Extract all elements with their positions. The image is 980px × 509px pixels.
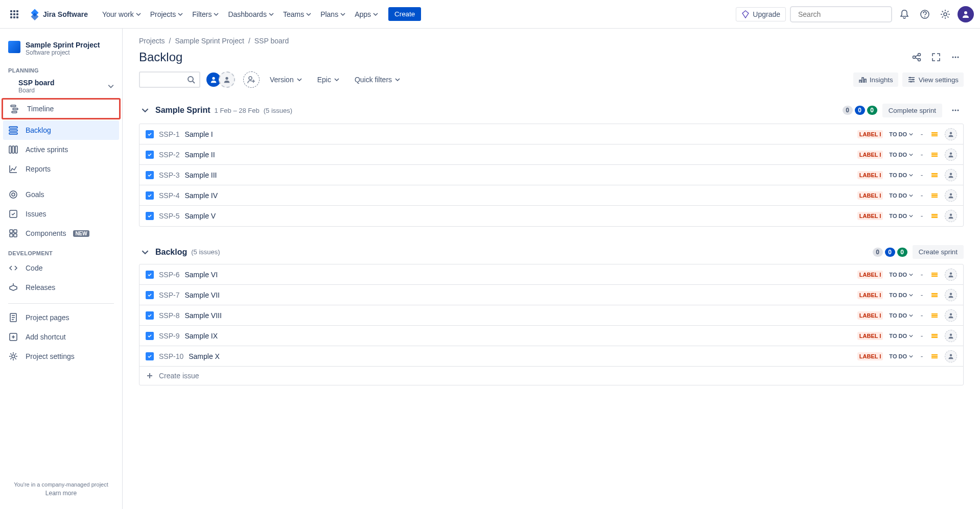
issue-summary[interactable]: Sample X	[189, 352, 220, 360]
assignee-avatar[interactable]	[945, 350, 957, 362]
breadcrumb-project[interactable]: Sample Sprint Project	[175, 37, 250, 45]
status-dropdown[interactable]: TO DO	[889, 213, 913, 219]
issue-row[interactable]: SSP-7 Sample VII LABEL I TO DO -	[139, 285, 963, 305]
issue-key[interactable]: SSP-5	[159, 212, 179, 220]
issue-summary[interactable]: Sample V	[184, 212, 216, 220]
status-dropdown[interactable]: TO DO	[889, 353, 913, 359]
issue-row[interactable]: SSP-4 Sample IV LABEL I TO DO -	[139, 185, 963, 206]
issue-row[interactable]: SSP-5 Sample V LABEL I TO DO -	[139, 206, 963, 226]
issue-key[interactable]: SSP-9	[159, 332, 179, 340]
status-dropdown[interactable]: TO DO	[889, 333, 913, 339]
add-people-button[interactable]	[243, 71, 260, 88]
learn-more-link[interactable]: Learn more	[8, 490, 114, 497]
search-input[interactable]	[790, 6, 892, 22]
status-dropdown[interactable]: TO DO	[889, 152, 913, 158]
assignee-avatar[interactable]	[945, 330, 957, 342]
sidebar-item-code[interactable]: Code	[0, 258, 122, 278]
priority-medium-icon[interactable]	[930, 311, 939, 320]
sidebar-item-add-shortcut[interactable]: Add shortcut	[0, 327, 122, 347]
fullscreen-button[interactable]	[928, 49, 944, 65]
create-issue-button[interactable]: Create issue	[139, 367, 963, 385]
create-sprint-button[interactable]: Create sprint	[913, 245, 964, 259]
version-filter[interactable]: Version	[265, 72, 307, 87]
assignee-avatar[interactable]	[945, 269, 957, 281]
sidebar-item-issues[interactable]: Issues	[0, 204, 122, 224]
issue-key[interactable]: SSP-3	[159, 171, 179, 179]
status-dropdown[interactable]: TO DO	[889, 292, 913, 298]
sprint-more-button[interactable]	[947, 102, 964, 118]
assignee-avatar[interactable]	[945, 128, 957, 140]
issue-label[interactable]: LABEL I	[857, 311, 883, 320]
assignee-avatar[interactable]	[945, 149, 957, 161]
issue-row[interactable]: SSP-10 Sample X LABEL I TO DO -	[139, 346, 963, 367]
assignee-avatar[interactable]	[945, 210, 957, 222]
issue-row[interactable]: SSP-6 Sample VI LABEL I TO DO -	[139, 264, 963, 285]
nav-filters[interactable]: Filters	[188, 7, 223, 21]
nav-your-work[interactable]: Your work	[98, 7, 145, 21]
issue-summary[interactable]: Sample VII	[184, 291, 219, 299]
issue-summary[interactable]: Sample VI	[184, 271, 218, 279]
jira-logo[interactable]: Jira Software	[25, 8, 92, 20]
priority-medium-icon[interactable]	[930, 191, 939, 200]
issue-row[interactable]: SSP-8 Sample VIII LABEL I TO DO -	[139, 305, 963, 326]
issue-label[interactable]: LABEL I	[857, 171, 883, 179]
issue-key[interactable]: SSP-8	[159, 311, 179, 320]
complete-sprint-button[interactable]: Complete sprint	[882, 104, 942, 117]
app-switcher[interactable]	[6, 6, 22, 22]
unassigned-avatar[interactable]	[219, 71, 235, 88]
assignee-avatar[interactable]	[945, 309, 957, 322]
story-points[interactable]: -	[919, 311, 924, 320]
view-settings-button[interactable]: View settings	[902, 72, 964, 87]
more-button[interactable]	[947, 49, 964, 65]
collapse-sprint-button[interactable]	[139, 246, 151, 258]
story-points[interactable]: -	[919, 191, 924, 200]
assignee-avatar[interactable]	[945, 289, 957, 301]
sidebar-item-project-pages[interactable]: Project pages	[0, 308, 122, 327]
story-points[interactable]: -	[919, 130, 924, 138]
assignee-avatar[interactable]	[945, 189, 957, 202]
priority-medium-icon[interactable]	[930, 291, 939, 299]
sidebar-item-goals[interactable]: Goals	[0, 185, 122, 204]
issue-row[interactable]: SSP-9 Sample IX LABEL I TO DO -	[139, 326, 963, 346]
status-dropdown[interactable]: TO DO	[889, 131, 913, 137]
status-dropdown[interactable]: TO DO	[889, 172, 913, 178]
story-points[interactable]: -	[919, 171, 924, 179]
priority-medium-icon[interactable]	[930, 332, 939, 340]
issue-key[interactable]: SSP-2	[159, 151, 179, 159]
priority-medium-icon[interactable]	[930, 352, 939, 360]
issue-summary[interactable]: Sample IV	[184, 191, 218, 200]
issue-label[interactable]: LABEL I	[857, 271, 883, 279]
story-points[interactable]: -	[919, 271, 924, 279]
story-points[interactable]: -	[919, 151, 924, 159]
issue-summary[interactable]: Sample VIII	[184, 311, 221, 320]
status-dropdown[interactable]: TO DO	[889, 192, 913, 199]
issue-label[interactable]: LABEL I	[857, 352, 883, 360]
issue-key[interactable]: SSP-1	[159, 130, 179, 138]
issue-row[interactable]: SSP-3 Sample III LABEL I TO DO -	[139, 165, 963, 185]
status-dropdown[interactable]: TO DO	[889, 312, 913, 319]
priority-medium-icon[interactable]	[930, 130, 939, 138]
help-button[interactable]	[917, 6, 933, 22]
nav-dashboards[interactable]: Dashboards	[224, 7, 278, 21]
assignee-avatar[interactable]	[945, 169, 957, 181]
epic-filter[interactable]: Epic	[312, 72, 344, 87]
issue-label[interactable]: LABEL I	[857, 130, 883, 138]
issue-summary[interactable]: Sample II	[184, 151, 215, 159]
issue-summary[interactable]: Sample III	[184, 171, 217, 179]
issue-label[interactable]: LABEL I	[857, 332, 883, 340]
story-points[interactable]: -	[919, 352, 924, 360]
nav-projects[interactable]: Projects	[146, 7, 188, 21]
issue-key[interactable]: SSP-10	[159, 352, 183, 360]
issue-key[interactable]: SSP-7	[159, 291, 179, 299]
sidebar-item-active-sprints[interactable]: Active sprints	[0, 140, 122, 159]
issue-label[interactable]: LABEL I	[857, 191, 883, 200]
nav-plans[interactable]: Plans	[316, 7, 349, 21]
priority-medium-icon[interactable]	[930, 271, 939, 279]
upgrade-button[interactable]: Upgrade	[736, 7, 786, 21]
create-button[interactable]: Create	[388, 7, 421, 21]
issue-label[interactable]: LABEL I	[857, 212, 883, 220]
notifications-button[interactable]	[896, 6, 913, 22]
quick-filters[interactable]: Quick filters	[349, 72, 405, 87]
backlog-search[interactable]	[139, 71, 200, 88]
story-points[interactable]: -	[919, 212, 924, 220]
